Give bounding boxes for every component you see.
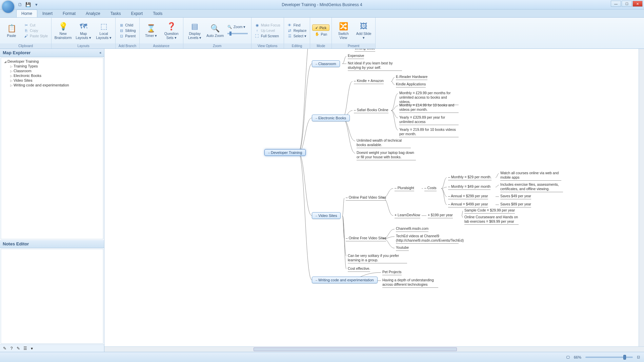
qat-dropdown-icon[interactable]: ▾ — [33, 1, 39, 7]
timer-button[interactable]: ⌛Timer ▾ — [142, 23, 161, 38]
zoom-button[interactable]: 🔍Zoom ▾ — [226, 24, 249, 29]
tab-tasks[interactable]: Tasks — [105, 9, 126, 17]
map-leaf[interactable]: – Online Paid Video Sites — [346, 195, 386, 201]
map-leaf[interactable]: – Kindle + Amazon — [354, 79, 384, 84]
add-child-button[interactable]: ⊞Child — [118, 23, 137, 27]
cut-button[interactable]: ✂Cut — [22, 23, 49, 27]
tab-insert[interactable]: Insert — [37, 9, 58, 17]
map-leaf[interactable]: – Safari Books Online — [354, 108, 388, 113]
map-leaf[interactable]: Having a depth of understanding across d… — [382, 278, 438, 288]
map-node[interactable]: –Classroom — [312, 60, 340, 67]
map-leaf[interactable]: – Monthly = $29 per month. — [448, 175, 491, 180]
tree-item[interactable]: ▷Writing code and experimentation — [2, 83, 102, 87]
map-leaf[interactable]: Unlimited wealth of technical books avai… — [357, 138, 411, 148]
tab-format[interactable]: Format — [58, 9, 81, 17]
tab-home[interactable]: Home — [16, 9, 37, 17]
tab-tools[interactable]: Tools — [148, 9, 167, 17]
map-leaf[interactable]: Saves $49 per year — [500, 194, 531, 199]
map-layouts-button[interactable]: 🗺Map Layouts ▾ — [74, 21, 93, 40]
tree-item[interactable]: ▷Classroom — [2, 68, 102, 73]
map-leaf[interactable]: Monthly = £14.99 for 10 books and videos… — [399, 103, 459, 113]
select-button[interactable]: ☰Select ▾ — [286, 34, 308, 38]
map-leaf[interactable]: – Pluralsight — [395, 186, 414, 191]
tool-icon-3[interactable]: ✎ — [16, 346, 21, 351]
app-orb[interactable] — [2, 1, 14, 13]
add-sibling-button[interactable]: ⊟Sibling — [118, 28, 137, 33]
find-button[interactable]: 👁Find — [286, 23, 308, 27]
map-node[interactable]: –Video Sites — [312, 212, 341, 219]
minimize-button[interactable]: — — [611, 1, 621, 7]
tree-item[interactable]: ◢Developer Training — [2, 59, 102, 64]
paste-button[interactable]: 📋Paste — [2, 23, 21, 38]
pan-mode-button[interactable]: ✋Pan — [313, 32, 328, 37]
view-mode-icon[interactable]: 🖵 — [566, 355, 570, 359]
map-leaf[interactable]: Doesnt weight your laptop bag down or fi… — [357, 150, 416, 160]
map-leaf[interactable]: Can be very solitary if you prefer learn… — [348, 254, 407, 263]
new-doc-icon[interactable]: 🗋 — [17, 1, 23, 7]
map-leaf[interactable]: Youtube — [396, 245, 409, 251]
display-levels-button[interactable]: ▤Display Levels ▾ — [185, 21, 204, 40]
map-leaf[interactable]: + $199 per year — [428, 213, 453, 218]
map-leaf[interactable]: – Online Free Video Sites — [346, 236, 386, 241]
copy-button[interactable]: ⎘Copy — [22, 28, 49, 33]
zoom-slider[interactable] — [585, 357, 633, 358]
map-node[interactable]: –Electronic Books — [312, 115, 350, 121]
map-leaf[interactable]: + LearnDevNow — [395, 213, 420, 218]
map-leaf[interactable]: – Monthly = $49 per month — [448, 184, 490, 190]
map-leaf[interactable]: Channel9.msdn.com — [396, 226, 428, 232]
add-slide-button[interactable]: 🖼Add Slide ▾ — [354, 21, 373, 40]
map-leaf[interactable]: Includes exercise files, assessments, ce… — [500, 182, 563, 192]
map-leaf[interactable]: – Annual = $299 per year — [448, 194, 488, 199]
tab-export[interactable]: Export — [126, 9, 148, 17]
close-button[interactable]: ✕ — [632, 1, 643, 7]
map-leaf[interactable]: E-Reader Hardware — [396, 75, 427, 80]
map-leaf[interactable]: Expensive — [348, 54, 364, 59]
tool-icon-5[interactable]: ▾ — [29, 346, 35, 351]
pick-mode-button[interactable]: ➹Pick — [312, 24, 329, 31]
map-leaf[interactable]: Cost effective. — [348, 266, 370, 272]
map-leaf[interactable]: Yearly = 219.89 for 10 books videos per … — [399, 127, 459, 137]
map-leaf[interactable]: Not ideal if you learn best by studying … — [348, 61, 402, 71]
zoom-mini-slider[interactable] — [227, 33, 248, 34]
tree-item[interactable]: ▷Electronic Books — [2, 73, 102, 78]
switch-view-button[interactable]: 🔀Switch View — [334, 21, 353, 40]
replace-button[interactable]: ⇄Replace — [286, 28, 308, 33]
add-parent-button[interactable]: ⊡Parent — [118, 34, 137, 38]
collapse-explorer-icon[interactable]: « — [99, 51, 101, 55]
map-leaf[interactable]: Online Courseware and Hands on lab exerc… — [464, 215, 519, 225]
map-leaf[interactable]: – Annual = $499 per year — [448, 202, 488, 207]
map-leaf[interactable]: TechEd videos at Channel9 (http://channe… — [396, 234, 459, 244]
map-node[interactable]: –Writing code and experimentation — [312, 277, 378, 283]
up-level-button[interactable]: ↑Up Level — [254, 28, 282, 33]
tool-icon-4[interactable]: ☰ — [22, 346, 28, 351]
map-canvas[interactable]: –Developer Training–Training TypesClassr… — [104, 49, 644, 352]
maximize-button[interactable]: ☐ — [622, 1, 632, 7]
new-brainstorm-button[interactable]: 💡New Brainstorm — [54, 21, 73, 40]
local-layouts-button[interactable]: ⬚Local Layouts ▾ — [94, 21, 113, 40]
map-leaf[interactable]: Watch all courses online via web and mob… — [500, 171, 561, 181]
map-leaf[interactable]: Sample Code = $29.99 per year — [464, 208, 515, 214]
paste-style-button[interactable]: 🖌Paste Style — [22, 34, 49, 38]
map-leaf[interactable]: Kindle Applications — [396, 82, 426, 87]
tab-analyze[interactable]: Analyze — [81, 9, 105, 17]
map-explorer-tree[interactable]: ◢Developer Training▷Training Types▷Class… — [1, 58, 103, 239]
map-leaf[interactable]: Yearly = £329.89 per year for unlimited … — [399, 115, 459, 125]
notes-editor-body[interactable] — [1, 249, 103, 344]
tree-item[interactable]: ▷Video Sites — [2, 78, 102, 83]
zoom-fit-icon[interactable]: ⊡ — [637, 355, 640, 359]
auto-zoom-button[interactable]: 🔍Auto Zoom — [206, 23, 225, 38]
map-leaf[interactable]: Pet Projects — [382, 270, 402, 275]
tool-icon-1[interactable]: ✎ — [2, 346, 7, 351]
horizontal-scrollbar[interactable] — [104, 346, 644, 352]
map-leaf[interactable]: Writing Code — [355, 49, 375, 52]
make-focus-button[interactable]: ◉Make Focus — [254, 23, 282, 27]
map-leaf[interactable]: – Costs — [424, 186, 437, 191]
full-screen-button[interactable]: ⛶Full Screen — [254, 34, 282, 38]
map-node[interactable]: –Developer Training — [264, 149, 306, 156]
tree-item[interactable]: ▷Training Types — [2, 64, 102, 68]
question-sets-button[interactable]: ❓Question Sets ▾ — [162, 21, 181, 40]
save-icon[interactable]: 💾 — [25, 1, 31, 7]
vertical-scrollbar[interactable] — [639, 49, 644, 346]
map-leaf[interactable]: Saves $89 per year — [500, 202, 531, 207]
tool-icon-2[interactable]: ? — [9, 346, 14, 351]
